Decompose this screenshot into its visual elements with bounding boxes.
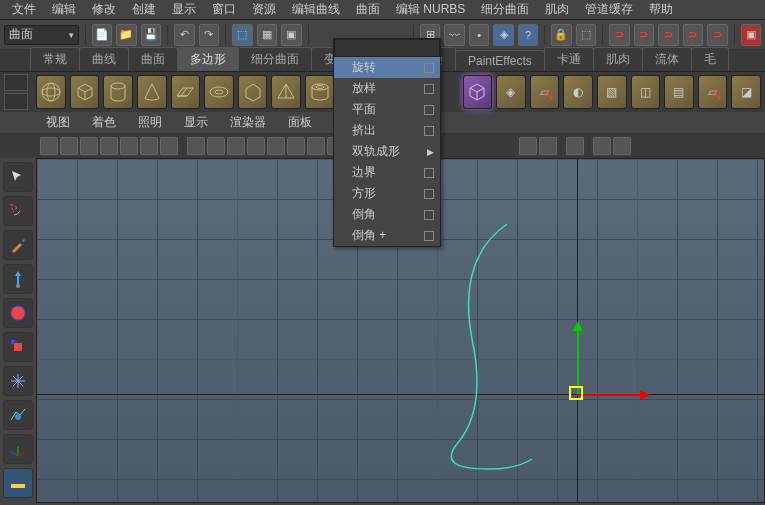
viewmenu-display[interactable]: 显示 [178,112,214,133]
lasso-tool-icon[interactable] [3,196,33,226]
viewmenu-shading[interactable]: 着色 [86,112,122,133]
help-button[interactable]: ? [518,24,539,46]
poly-tool5-icon[interactable]: ◫ [631,75,661,109]
menu-window[interactable]: 窗口 [204,0,244,20]
rotate-tool-icon[interactable] [3,298,33,328]
menu-editnurbs[interactable]: 编辑 NURBS [388,0,473,20]
open-scene-button[interactable]: 📁 [116,24,137,46]
highlight-button[interactable]: ⬚ [576,24,597,46]
poly-cube-active-icon[interactable] [463,75,493,109]
redo-button[interactable]: ↷ [199,24,220,46]
lock-icon[interactable]: 🔒 [551,24,572,46]
select-tool-icon[interactable] [3,162,33,192]
poly-pipe-icon[interactable] [305,75,335,109]
poly-tool1-icon[interactable]: ◈ [496,75,526,109]
vtb-icon[interactable] [267,137,285,155]
tab-general[interactable]: 常规 [30,47,80,71]
softmod-tool-icon[interactable] [3,400,33,430]
tab-hair[interactable]: 毛 [691,47,729,71]
render-button[interactable]: ▣ [741,24,762,46]
tab-fluids[interactable]: 流体 [642,47,692,71]
poly-cube-icon[interactable] [70,75,100,109]
save-scene-button[interactable]: 💾 [141,24,162,46]
tab-subdiv[interactable]: 细分曲面 [238,47,312,71]
vtb-icon[interactable] [207,137,225,155]
poly-tool3-icon[interactable]: ◐ [563,75,593,109]
option-box-icon[interactable] [424,84,434,94]
poly-tool2-icon[interactable]: ▱↖ [530,75,560,109]
menu-search-input[interactable] [334,39,440,57]
magnet5-icon[interactable]: ⊃ [707,24,728,46]
snap-plane-button[interactable]: ◈ [493,24,514,46]
viewmenu-panels[interactable]: 面板 [282,112,318,133]
option-box-icon[interactable] [424,168,434,178]
menu-file[interactable]: 文件 [4,0,44,20]
menu-item-loft[interactable]: 放样 [334,78,440,99]
poly-tool6-icon[interactable]: ▤ [664,75,694,109]
vtb-icon[interactable] [593,137,611,155]
scale-tool-icon[interactable] [3,332,33,362]
vtb-icon[interactable] [187,137,205,155]
vtb-icon[interactable] [519,137,537,155]
poly-tool7-icon[interactable]: ▱↖ [698,75,728,109]
last-tool-icon[interactable] [3,468,33,498]
option-box-icon[interactable] [424,126,434,136]
poly-tool8-icon[interactable]: ◪ [731,75,761,109]
tab-muscle[interactable]: 肌肉 [593,47,643,71]
snap-curve-button[interactable]: 〰 [444,24,465,46]
magnet3-icon[interactable]: ⊃ [658,24,679,46]
vtb-icon[interactable] [140,137,158,155]
vtb-icon[interactable] [100,137,118,155]
menu-display[interactable]: 显示 [164,0,204,20]
tab-polygons[interactable]: 多边形 [177,47,239,71]
poly-torus-icon[interactable] [204,75,234,109]
vtb-icon[interactable] [287,137,305,155]
menu-item-square[interactable]: 方形 [334,183,440,204]
menu-pipecache[interactable]: 管道缓存 [577,0,641,20]
axis-orient-icon[interactable] [3,434,33,464]
select-comp-button[interactable]: ▣ [281,24,302,46]
snap-point-button[interactable]: • [469,24,490,46]
vtb-icon[interactable] [40,137,58,155]
menu-item-planar[interactable]: 平面 [334,99,440,120]
poly-cylinder-icon[interactable] [103,75,133,109]
menu-item-birail[interactable]: 双轨成形▶ [334,141,440,162]
gizmo-center-handle[interactable] [569,386,583,400]
menu-editcurve[interactable]: 编辑曲线 [284,0,348,20]
poly-tool4-icon[interactable]: ▧ [597,75,627,109]
shelf-menu-icon[interactable] [4,74,28,110]
poly-cone-icon[interactable] [137,75,167,109]
manipulator-tool-icon[interactable] [3,366,33,396]
vtb-icon[interactable] [160,137,178,155]
select-hier-button[interactable]: ▦ [257,24,278,46]
option-box-icon[interactable] [424,189,434,199]
menu-item-revolve[interactable]: 旋转 [334,57,440,78]
new-scene-button[interactable]: 📄 [92,24,113,46]
gizmo-y-axis[interactable] [577,324,579,394]
menu-edit[interactable]: 编辑 [44,0,84,20]
menu-item-bevel[interactable]: 倒角 [334,204,440,225]
tab-surfaces[interactable]: 曲面 [128,47,178,71]
magnet1-icon[interactable]: ⊃ [609,24,630,46]
gizmo-x-axis[interactable] [577,394,647,396]
vtb-icon[interactable] [60,137,78,155]
tab-curves[interactable]: 曲线 [79,47,129,71]
vtb-icon[interactable] [227,137,245,155]
undo-button[interactable]: ↶ [174,24,195,46]
menu-muscle[interactable]: 肌肉 [537,0,577,20]
vtb-icon[interactable] [247,137,265,155]
move-tool-icon[interactable] [3,264,33,294]
tab-toon[interactable]: 卡通 [544,47,594,71]
menu-item-bevelplus[interactable]: 倒角 + [334,225,440,246]
option-box-icon[interactable] [424,231,434,241]
menu-create[interactable]: 创建 [124,0,164,20]
module-combo[interactable]: 曲面 [4,25,79,45]
option-box-icon[interactable] [424,105,434,115]
menu-subdiv[interactable]: 细分曲面 [473,0,537,20]
vtb-icon[interactable] [613,137,631,155]
poly-sphere-icon[interactable] [36,75,66,109]
menu-surface[interactable]: 曲面 [348,0,388,20]
vtb-icon[interactable] [566,137,584,155]
viewmenu-lighting[interactable]: 照明 [132,112,168,133]
vtb-icon[interactable] [120,137,138,155]
